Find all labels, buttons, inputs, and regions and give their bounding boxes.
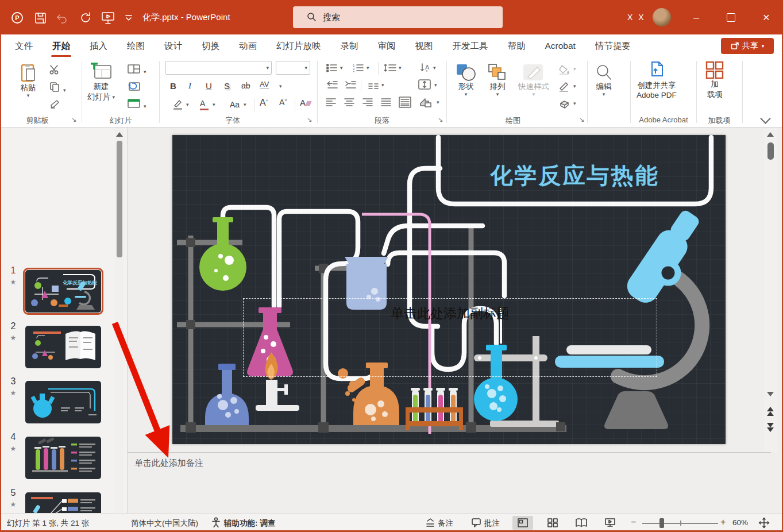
scrollbar-thumb[interactable] xyxy=(767,142,774,160)
slide-layout-icon[interactable] xyxy=(128,64,140,76)
shape-effects-dropdown[interactable]: ▾ xyxy=(573,101,576,106)
slide-thumbnail-4[interactable] xyxy=(25,437,101,479)
columns-icon[interactable] xyxy=(368,82,379,92)
tab-review[interactable]: 审阅 xyxy=(377,36,397,57)
scroll-up-icon[interactable] xyxy=(116,132,123,137)
zoom-in-button[interactable]: + xyxy=(720,517,726,527)
bullets-icon[interactable] xyxy=(326,63,338,75)
font-name-combo[interactable]: ▾ xyxy=(165,61,272,75)
layout-dropdown[interactable]: ▾ xyxy=(144,65,146,76)
reading-view-button[interactable] xyxy=(571,516,592,530)
create-pdf-button[interactable]: 创建并共享Adobe PDF xyxy=(637,61,677,99)
distribute-icon[interactable] xyxy=(399,97,411,110)
underline-button[interactable]: U xyxy=(206,82,212,90)
line-spacing-dropdown[interactable]: ▾ xyxy=(399,65,402,71)
grow-font-button[interactable]: A^ xyxy=(260,98,268,108)
thumbnail-scrollbar[interactable] xyxy=(115,128,124,513)
align-left-icon[interactable] xyxy=(325,98,337,109)
collapse-ribbon-icon[interactable] xyxy=(760,113,770,124)
tab-animations[interactable]: 动画 xyxy=(238,36,258,57)
tab-developer[interactable]: 开发工具 xyxy=(452,36,489,57)
text-direction-dropdown[interactable]: ▾ xyxy=(433,65,436,71)
change-case-button[interactable]: Aa xyxy=(230,100,240,109)
addins-button[interactable]: 加载项 xyxy=(705,61,724,100)
tab-transitions[interactable]: 切换 xyxy=(200,36,221,57)
minimize-button[interactable]: – xyxy=(683,0,709,34)
tab-file[interactable]: 文件 xyxy=(14,36,34,57)
arrange-button[interactable]: 排列▾ xyxy=(487,63,508,97)
zoom-slider-thumb[interactable] xyxy=(659,518,664,528)
font-color-dropdown[interactable]: ▾ xyxy=(213,102,215,107)
line-spacing-icon[interactable] xyxy=(384,63,396,75)
drawing-dialog-launcher[interactable]: ↘ xyxy=(579,116,584,124)
cut-icon[interactable] xyxy=(49,64,60,77)
tab-home[interactable]: 开始 xyxy=(51,36,71,57)
zoom-level[interactable]: 60% xyxy=(732,518,748,527)
decrease-indent-icon[interactable] xyxy=(326,80,338,92)
copy-dropdown[interactable]: ▾ xyxy=(63,84,66,94)
normal-view-button[interactable] xyxy=(512,516,533,530)
tab-help[interactable]: 帮助 xyxy=(507,36,527,57)
next-slide-icon[interactable] xyxy=(767,427,774,432)
maximize-button[interactable] xyxy=(718,0,744,34)
smartart-icon[interactable] xyxy=(419,98,433,110)
font-size-combo[interactable]: ▾ xyxy=(276,61,310,75)
slideshow-icon[interactable] xyxy=(101,11,115,25)
slide-canvas[interactable]: 化学反应与热能 单击此处添加副标题 xyxy=(172,135,726,444)
text-shadow-button[interactable]: S xyxy=(224,82,230,90)
character-spacing-button[interactable]: AV xyxy=(260,80,269,88)
powerpoint-logo-icon[interactable]: P xyxy=(10,11,24,25)
slide-thumbnail-3[interactable] xyxy=(25,381,101,423)
clear-format-button[interactable]: A xyxy=(300,98,311,107)
slideshow-view-button[interactable] xyxy=(600,516,620,530)
paste-button[interactable]: 粘贴▾ xyxy=(20,63,37,98)
tab-view[interactable]: 视图 xyxy=(414,36,434,57)
comments-toggle[interactable]: 批注 xyxy=(484,518,500,529)
language-status[interactable]: 简体中文(中国大陆) xyxy=(131,518,198,529)
avatar[interactable] xyxy=(653,8,671,26)
scrollbar-thumb[interactable] xyxy=(117,141,122,257)
search-input[interactable]: 搜索 xyxy=(293,6,503,28)
notes-divider[interactable] xyxy=(128,452,771,453)
next-slide-icon[interactable] xyxy=(767,423,774,427)
tab-record[interactable]: 录制 xyxy=(340,36,360,57)
reset-slide-icon[interactable] xyxy=(128,82,140,93)
close-button[interactable]: × xyxy=(753,0,780,34)
shrink-font-button[interactable]: A˅ xyxy=(279,98,287,107)
highlight-pen-icon[interactable] xyxy=(172,99,184,113)
notes-placeholder[interactable]: 单击此处添加备注 xyxy=(134,458,203,469)
align-text-icon[interactable] xyxy=(418,79,431,92)
case-dropdown[interactable]: ▾ xyxy=(244,102,246,107)
spacing-dropdown[interactable]: ▾ xyxy=(279,84,282,89)
slide-thumbnail-5[interactable] xyxy=(25,492,101,513)
strikethrough-button[interactable]: ab xyxy=(241,82,250,90)
align-text-dropdown[interactable]: ▾ xyxy=(434,83,437,88)
customize-qat-icon[interactable] xyxy=(122,11,136,25)
tab-design[interactable]: 设计 xyxy=(163,36,183,57)
copy-icon[interactable] xyxy=(49,82,60,94)
justify-icon[interactable] xyxy=(380,98,392,109)
columns-dropdown[interactable]: ▾ xyxy=(381,83,384,88)
shape-outline-icon[interactable] xyxy=(558,82,570,94)
section-dropdown[interactable]: ▾ xyxy=(144,100,146,110)
scroll-up-icon[interactable] xyxy=(767,132,774,137)
notes-toggle[interactable]: 备注 xyxy=(438,518,453,529)
new-slide-button[interactable]: 新建 幻灯片▾ xyxy=(87,62,115,102)
slide-counter[interactable]: 幻灯片 第 1 张, 共 21 张 xyxy=(7,518,89,529)
previous-slide-icon[interactable] xyxy=(767,411,774,416)
redo-icon[interactable] xyxy=(79,11,93,25)
share-button[interactable]: 共享 ▾ xyxy=(721,38,774,54)
shapes-button[interactable]: 形状▾ xyxy=(456,63,476,97)
highlight-dropdown[interactable]: ▾ xyxy=(186,102,189,107)
tab-slideshow[interactable]: 幻灯片放映 xyxy=(275,36,322,57)
clipboard-dialog-launcher[interactable]: ↘ xyxy=(71,116,76,124)
accessibility-status[interactable]: 辅助功能: 调查 xyxy=(224,518,275,529)
align-right-icon[interactable] xyxy=(362,98,373,109)
scroll-down-icon[interactable] xyxy=(767,392,774,396)
shape-effects-icon[interactable] xyxy=(558,99,570,111)
subtitle-placeholder-text[interactable]: 单击此处添加副标题 xyxy=(243,304,657,322)
user-name[interactable]: X X xyxy=(627,13,646,22)
bullets-dropdown[interactable]: ▾ xyxy=(340,65,343,71)
zoom-out-button[interactable]: − xyxy=(631,517,636,527)
tab-draw[interactable]: 绘图 xyxy=(126,36,146,57)
